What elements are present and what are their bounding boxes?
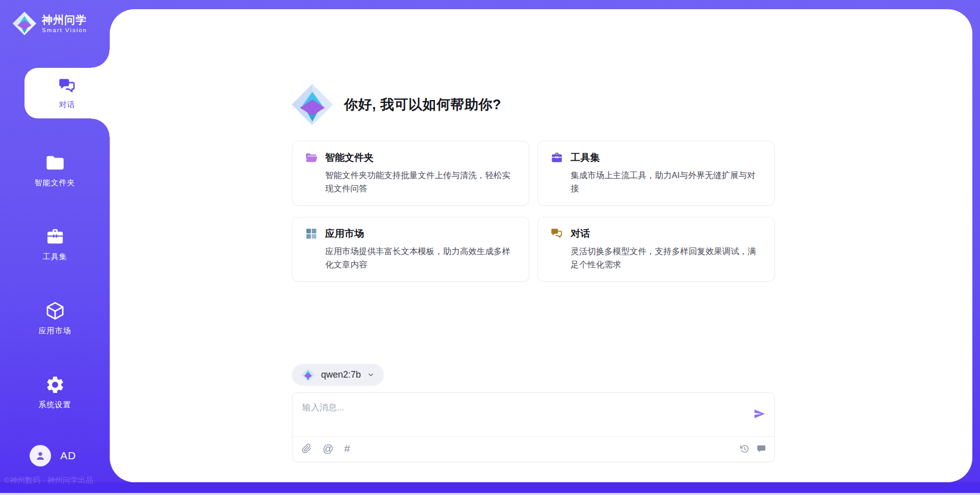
sidebar-item-label: 对话 <box>59 100 76 110</box>
model-selector[interactable]: qwen2:7b <box>292 364 384 386</box>
cube-icon <box>45 301 65 321</box>
sidebar-item-label: 工具集 <box>43 252 67 262</box>
composer-left-tools: @ # <box>302 443 350 454</box>
sidebar-item-label: 应用市场 <box>39 326 71 336</box>
sidebar: 神州问学 Smart Vision 对话 智能文件夹 工具集 应用市场 <box>0 0 110 495</box>
diamond-logo-icon <box>12 11 37 36</box>
folder-open-icon <box>305 151 318 164</box>
feature-cards: 智能文件夹 智能文件夹功能支持批量文件上传与清洗，轻松实现文件问答 工具集 集成… <box>292 141 775 282</box>
card-smart-folder[interactable]: 智能文件夹 智能文件夹功能支持批量文件上传与清洗，轻松实现文件问答 <box>292 141 529 206</box>
folder-icon <box>45 153 65 173</box>
greeting: 你好, 我可以如何帮助你? <box>291 83 501 126</box>
paperclip-icon[interactable] <box>302 443 312 454</box>
user-name: AD <box>60 450 76 462</box>
message-composer: @ # <box>292 392 775 462</box>
chat-icon <box>550 227 564 240</box>
sidebar-item-toolset[interactable]: 工具集 <box>0 224 110 264</box>
brand-logo: 神州问学 Smart Vision <box>12 11 87 36</box>
brand-name: 神州问学 <box>42 14 87 26</box>
person-icon <box>34 450 46 462</box>
at-icon[interactable]: @ <box>323 443 333 454</box>
card-title: 对话 <box>571 227 590 240</box>
bottom-page-edge <box>0 493 980 495</box>
card-description: 灵活切换多模型文件，支持多样回复效果调试，满足个性化需求 <box>571 245 762 271</box>
card-title: 智能文件夹 <box>325 151 374 164</box>
sidebar-item-chat[interactable]: 对话 <box>24 68 110 118</box>
gear-icon <box>45 375 65 395</box>
composer-divider <box>292 436 774 437</box>
chevron-down-icon <box>367 371 375 379</box>
card-app-market[interactable]: 应用市场 应用市场提供丰富长文本模板，助力高效生成多样化文章内容 <box>292 217 529 282</box>
message-input[interactable] <box>292 393 742 431</box>
hash-icon[interactable]: # <box>344 443 350 454</box>
sidebar-item-smart-folder[interactable]: 智能文件夹 <box>0 150 110 190</box>
copyright-text: ©神州数码 · 神州问学出品 <box>4 476 93 485</box>
avatar <box>30 445 51 466</box>
briefcase-icon <box>550 151 564 164</box>
send-icon <box>753 408 766 420</box>
user-profile[interactable]: AD <box>30 445 76 466</box>
history-icon[interactable] <box>740 444 749 454</box>
card-description: 智能文件夹功能支持批量文件上传与清洗，轻松实现文件问答 <box>325 169 517 195</box>
chat-icon <box>58 77 77 96</box>
brand-subtitle: Smart Vision <box>42 27 87 33</box>
composer-right-tools <box>740 444 766 454</box>
sidebar-item-label: 智能文件夹 <box>35 178 76 188</box>
briefcase-icon <box>45 227 65 247</box>
sidebar-item-label: 系统设置 <box>39 400 71 410</box>
sidebar-item-settings[interactable]: 系统设置 <box>0 372 110 412</box>
card-chat[interactable]: 对话 灵活切换多模型文件，支持多样回复效果调试，满足个性化需求 <box>537 217 775 282</box>
diamond-logo-icon <box>291 83 334 126</box>
model-name: qwen2:7b <box>321 369 361 380</box>
greeting-title: 你好, 我可以如何帮助你? <box>344 95 501 114</box>
card-toolset[interactable]: 工具集 集成市场上主流工具，助力AI与外界无缝扩展与对接 <box>537 141 775 206</box>
app-grid-icon <box>305 227 318 240</box>
main-panel: 你好, 我可以如何帮助你? 智能文件夹 智能文件夹功能支持批量文件上传与清洗，轻… <box>110 9 972 482</box>
bottom-accent-bar <box>0 482 980 493</box>
card-description: 应用市场提供丰富长文本模板，助力高效生成多样化文章内容 <box>325 245 517 271</box>
send-button[interactable] <box>753 408 766 420</box>
card-description: 集成市场上主流工具，助力AI与外界无缝扩展与对接 <box>571 169 762 195</box>
sidebar-item-app-market[interactable]: 应用市场 <box>0 298 110 338</box>
card-title: 应用市场 <box>325 227 364 240</box>
diamond-logo-icon <box>301 368 315 382</box>
feedback-bubble-icon[interactable] <box>756 444 766 454</box>
card-title: 工具集 <box>571 151 600 164</box>
